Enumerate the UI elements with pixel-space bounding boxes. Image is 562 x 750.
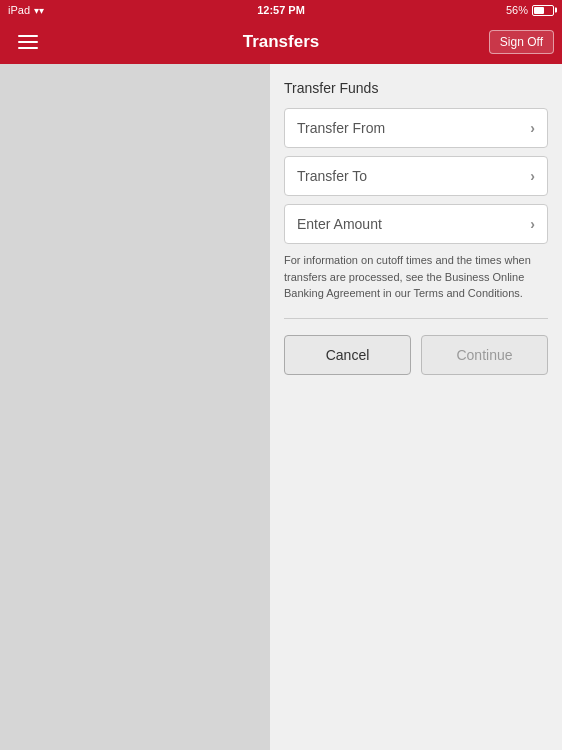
transfer-from-field[interactable]: Transfer From › — [284, 108, 548, 148]
hamburger-icon — [18, 35, 38, 37]
status-bar: iPad ▾▾ 12:57 PM 56% — [0, 0, 562, 20]
continue-button[interactable]: Continue — [421, 335, 548, 375]
transfer-to-label: Transfer To — [297, 168, 367, 184]
hamburger-icon — [18, 41, 38, 43]
chevron-right-icon: › — [530, 168, 535, 184]
transfer-from-label: Transfer From — [297, 120, 385, 136]
status-left: iPad ▾▾ — [8, 4, 44, 16]
device-label: iPad — [8, 4, 30, 16]
divider — [284, 318, 548, 319]
status-right: 56% — [506, 4, 554, 16]
sign-off-button[interactable]: Sign Off — [489, 30, 554, 54]
enter-amount-label: Enter Amount — [297, 216, 382, 232]
buttons-row: Cancel Continue — [284, 335, 548, 375]
status-time: 12:57 PM — [257, 4, 305, 16]
wifi-icon: ▾▾ — [34, 5, 44, 16]
hamburger-icon — [18, 47, 38, 49]
sidebar — [0, 64, 270, 750]
transfer-to-field[interactable]: Transfer To › — [284, 156, 548, 196]
info-text: For information on cutoff times and the … — [284, 252, 548, 302]
battery-icon — [532, 5, 554, 16]
content-panel: Transfer Funds Transfer From › Transfer … — [270, 64, 562, 750]
menu-button[interactable] — [12, 29, 44, 55]
cancel-button[interactable]: Cancel — [284, 335, 411, 375]
battery-fill — [534, 7, 544, 14]
app-header: Transfers Sign Off — [0, 20, 562, 64]
section-title: Transfer Funds — [284, 80, 548, 96]
chevron-right-icon: › — [530, 216, 535, 232]
enter-amount-field[interactable]: Enter Amount › — [284, 204, 548, 244]
page-title: Transfers — [243, 32, 320, 52]
battery-percent: 56% — [506, 4, 528, 16]
main-layout: Transfer Funds Transfer From › Transfer … — [0, 64, 562, 750]
chevron-right-icon: › — [530, 120, 535, 136]
